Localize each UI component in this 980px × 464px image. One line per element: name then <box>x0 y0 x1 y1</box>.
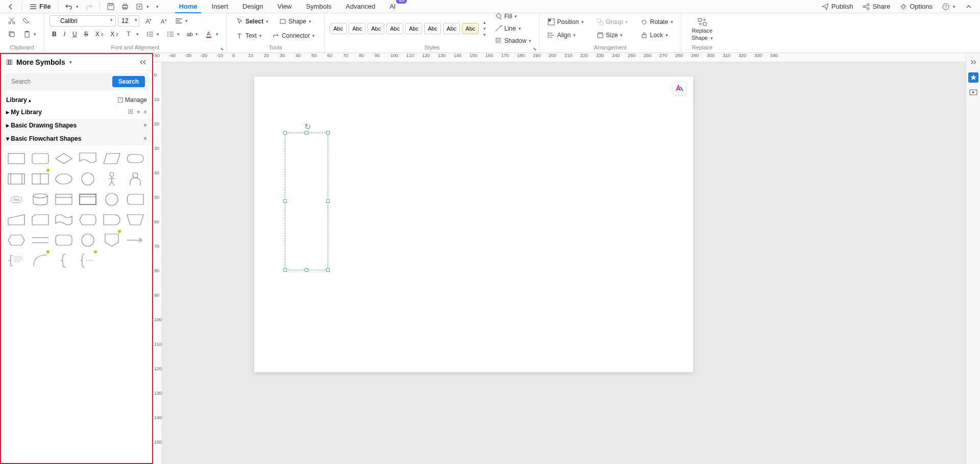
collapse-panel-button[interactable] <box>139 59 147 65</box>
shape-card[interactable] <box>54 191 74 208</box>
expand-right-panel[interactable] <box>968 57 978 67</box>
back-button[interactable] <box>4 1 17 12</box>
shape-annotation[interactable] <box>6 252 27 269</box>
format-painter-button[interactable] <box>20 15 34 27</box>
styles-up[interactable]: ▴ <box>483 20 486 25</box>
styles-more[interactable]: ▾ <box>483 32 486 37</box>
tab-advanced[interactable]: Advanced <box>338 0 382 13</box>
replace-shape-button[interactable]: Replace Shape ▾ <box>687 15 718 43</box>
save-button[interactable] <box>104 1 117 12</box>
add-icon[interactable]: + <box>137 109 140 116</box>
shape-yes[interactable]: Yes <box>6 191 27 208</box>
resize-handle-bm[interactable] <box>305 268 308 272</box>
shape-arrow[interactable] <box>125 232 145 248</box>
shape-stored[interactable] <box>125 191 145 208</box>
resize-handle-bl[interactable] <box>283 268 287 272</box>
ai-assistant-badge[interactable] <box>673 82 686 95</box>
line-spacing-button[interactable]: ▾ <box>143 29 162 40</box>
help-button[interactable]: ?▾ <box>939 1 959 12</box>
italic-button[interactable]: I <box>61 29 68 39</box>
tab-view[interactable]: View <box>271 0 299 13</box>
page[interactable]: ↻ <box>254 76 693 372</box>
undo-button[interactable]: ▾ <box>62 1 81 12</box>
underline-button[interactable]: U <box>70 29 80 39</box>
shape-preparation[interactable] <box>6 232 27 248</box>
resize-handle-tr[interactable] <box>326 131 330 135</box>
size-button[interactable]: Size▾ <box>594 30 630 41</box>
strike-button[interactable]: S <box>82 29 91 39</box>
rotate-button[interactable]: Rotate▾ <box>638 16 675 28</box>
styles-dialog-launcher[interactable]: ⬊ <box>533 46 537 51</box>
publish-button[interactable]: Publish <box>818 1 856 12</box>
tab-symbols[interactable]: Symbols <box>299 0 338 13</box>
more-button[interactable]: ▾ <box>153 3 161 11</box>
tab-insert[interactable]: Insert <box>205 0 236 13</box>
shape-predefined[interactable] <box>6 171 27 187</box>
panel-title[interactable]: More Symbols▾ <box>6 58 139 66</box>
shape-manual-op[interactable] <box>125 212 145 228</box>
basic-drawing-section[interactable]: ▸ Basic Drawing Shapes × <box>1 119 152 132</box>
search-input[interactable] <box>8 76 109 87</box>
cut-button[interactable] <box>5 15 18 27</box>
shape-display[interactable] <box>78 212 98 228</box>
resize-handle-mr[interactable] <box>326 199 330 203</box>
decrease-font-button[interactable]: A▾ <box>157 15 170 27</box>
font-color-button[interactable]: A▾ <box>203 29 221 40</box>
close-icon[interactable]: × <box>143 109 147 116</box>
import-icon[interactable] <box>128 109 134 116</box>
font-family-select[interactable] <box>50 15 116 27</box>
copy-button[interactable] <box>5 29 18 40</box>
shape-user[interactable] <box>125 171 145 187</box>
style-swatch-2[interactable]: Abc <box>349 23 365 34</box>
shape-actor[interactable] <box>102 171 122 187</box>
style-swatch-7[interactable]: Abc <box>443 23 460 34</box>
resize-handle-tl[interactable] <box>283 131 287 135</box>
text-tool[interactable]: TText▾ <box>232 30 266 42</box>
shape-loop[interactable] <box>54 232 74 248</box>
tab-home[interactable]: Home <box>172 0 204 13</box>
canvas[interactable]: ↻ <box>162 62 966 464</box>
shape-document[interactable] <box>78 150 98 167</box>
shape-arc[interactable] <box>30 252 51 269</box>
style-swatch-6[interactable]: Abc <box>424 23 441 34</box>
shape-database[interactable] <box>30 191 51 208</box>
shape-tape[interactable] <box>54 212 74 228</box>
file-menu[interactable]: File <box>26 1 54 12</box>
bold-button[interactable]: B <box>50 29 59 39</box>
selected-rectangle[interactable]: ↻ <box>285 133 328 270</box>
style-swatch-5[interactable]: Abc <box>405 23 422 34</box>
search-button[interactable]: Search <box>112 76 145 87</box>
increase-font-button[interactable]: A▴ <box>141 15 155 27</box>
shape-internal[interactable] <box>78 191 98 208</box>
align-arr-button[interactable]: Align▾ <box>545 30 586 41</box>
paste-button[interactable]: ▾ <box>20 29 39 40</box>
library-label[interactable]: Library ▴ <box>6 96 31 104</box>
my-library-section[interactable]: ▸ My Library + × <box>1 106 152 119</box>
basic-flowchart-section[interactable]: ▾ Basic Flowchart Shapes × <box>1 132 152 145</box>
shape-offpage[interactable] <box>102 232 122 248</box>
select-tool[interactable]: Select▾ <box>232 15 273 28</box>
close-icon[interactable]: × <box>143 135 147 142</box>
shape-decision[interactable] <box>54 150 74 167</box>
styles-down[interactable]: ▾ <box>483 26 486 31</box>
resize-handle-br[interactable] <box>326 268 330 272</box>
export-button[interactable]: ▾ <box>133 1 152 12</box>
subscript-button[interactable]: X2 <box>108 29 120 39</box>
format-pane-icon[interactable] <box>968 72 978 83</box>
shape-rounded[interactable] <box>30 150 51 167</box>
fill-button[interactable]: Fill▾ <box>492 11 534 22</box>
redo-button[interactable] <box>82 1 95 12</box>
align-button[interactable]: ▾ <box>172 15 190 27</box>
share-button[interactable]: Share <box>859 1 893 12</box>
manage-button[interactable]: Manage <box>117 96 147 104</box>
shape-terminator[interactable] <box>125 150 145 167</box>
resize-handle-ml[interactable] <box>283 199 287 203</box>
collapse-ribbon-button[interactable] <box>962 1 976 12</box>
shape-divided[interactable] <box>30 171 51 187</box>
shape-bracket[interactable] <box>54 252 74 269</box>
case-button[interactable]: ab▾ <box>184 30 201 39</box>
shape-manual-input[interactable] <box>6 212 27 228</box>
shape-circle[interactable] <box>78 171 98 187</box>
shape-connector-circle[interactable] <box>102 191 122 208</box>
tab-design[interactable]: Design <box>235 0 270 13</box>
